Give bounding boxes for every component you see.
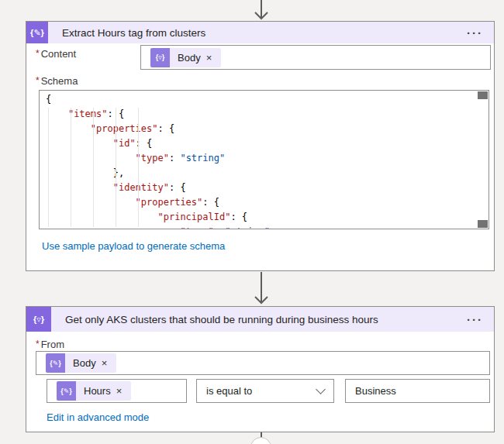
action-card-filter-array: {▿} Get only AKS clusters that should be… [26,306,495,432]
schema-editor[interactable]: { "items": { "properties": { "id": { "ty… [39,90,489,229]
from-input[interactable]: {✎} Body × [36,351,490,375]
indent-guide [93,108,94,227]
action-menu-button[interactable]: ··· [456,27,494,39]
plus-icon: + [257,440,265,444]
condition-value-input[interactable]: Business [345,379,490,403]
filter-array-icon: {▿} [26,307,51,332]
content-input[interactable]: {▿} Body × [140,45,491,70]
indent-guide [116,108,116,227]
flow-connector-arrow-middle [251,272,271,305]
scrollbar-corner [478,220,488,228]
generate-schema-link[interactable]: Use sample payload to generate schema [42,240,225,252]
content-label: *Content [36,48,76,60]
body-token[interactable]: {✎} Body × [46,353,116,373]
flow-designer-canvas: {✎} Extract Hours tag from clusters ··· … [0,0,504,444]
from-label: *From [36,339,64,350]
condition-operator-dropdown[interactable]: is equal to [196,379,334,403]
token-dismiss-icon[interactable]: × [115,385,132,397]
insert-step-button[interactable]: + [250,437,271,444]
chevron-down-icon [316,384,326,394]
action-menu-button[interactable]: ··· [456,314,494,325]
edit-advanced-mode-link[interactable]: Edit in advanced mode [47,411,149,423]
action-header[interactable]: {✎} Extract Hours tag from clusters ··· [26,22,494,43]
indent-guide [138,108,139,227]
parse-json-icon: {✎} [46,353,65,373]
condition-left-input[interactable]: {✎} Hours × [47,379,187,403]
indent-guide [71,108,71,227]
hours-token[interactable]: {✎} Hours × [57,381,131,401]
action-title: Get only AKS clusters that should be run… [51,314,456,325]
action-title: Extract Hours tag from clusters [48,27,456,39]
flow-connector-arrow-top [251,0,271,21]
schema-label: *Schema [36,75,78,87]
action-header[interactable]: {▿} Get only AKS clusters that should be… [26,307,494,332]
token-dismiss-icon[interactable]: × [205,52,222,64]
vertical-scrollbar-thumb[interactable] [478,91,488,99]
indent-guide [48,108,49,227]
schema-code[interactable]: { "items": { "properties": { "id": { "ty… [40,91,476,229]
token-dismiss-icon[interactable]: × [100,357,117,369]
body-token[interactable]: {▿} Body × [150,48,221,67]
filter-array-icon: {▿} [150,48,170,67]
parse-json-icon: {✎} [26,22,48,43]
parse-json-icon: {✎} [57,381,76,401]
action-card-parse-json: {✎} Extract Hours tag from clusters ··· … [26,21,495,271]
